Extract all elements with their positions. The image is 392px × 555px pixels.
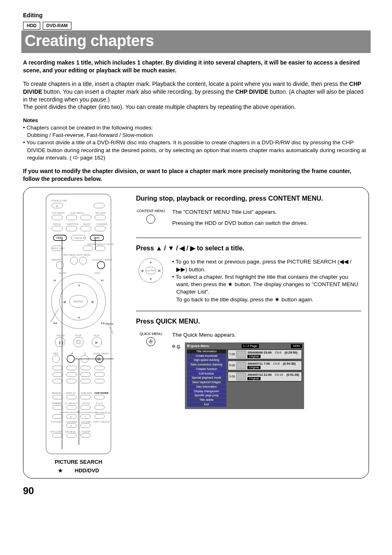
svg-rect-97 bbox=[67, 405, 76, 409]
svg-text:CHP DIVIDE: CHP DIVIDE bbox=[95, 392, 108, 394]
svg-rect-16 bbox=[52, 226, 62, 231]
step-bullet: To go to the next or previous page, pres… bbox=[172, 258, 361, 273]
svg-rect-96 bbox=[53, 405, 62, 409]
svg-rect-17 bbox=[66, 226, 77, 231]
svg-text:SUBTITLE: SUBTITLE bbox=[67, 223, 78, 225]
svg-point-37 bbox=[97, 261, 105, 269]
svg-rect-90 bbox=[81, 395, 90, 399]
svg-rect-18 bbox=[81, 226, 91, 231]
svg-text:HDD: HDD bbox=[56, 236, 62, 239]
notes-heading: Notes bbox=[23, 117, 369, 124]
svg-text:TOP MENU: TOP MENU bbox=[52, 212, 65, 214]
step-text: The Quick Menu appears. e.g. ✇ Quick Men… bbox=[172, 331, 361, 409]
svg-text:▲: ▲ bbox=[77, 283, 81, 287]
svg-point-34 bbox=[56, 261, 64, 269]
svg-rect-8 bbox=[52, 215, 62, 220]
svg-text:EASY NAVI: EASY NAVI bbox=[52, 247, 65, 250]
svg-rect-73 bbox=[67, 366, 76, 370]
step-icon: CONTENT MENU bbox=[136, 208, 166, 224]
step-line: Pressing the HDD or DVD button can switc… bbox=[172, 220, 361, 227]
qm-item: Special playback mode bbox=[187, 376, 226, 381]
svg-text:TV: TV bbox=[76, 411, 80, 413]
qm-item: Title information bbox=[187, 349, 226, 354]
svg-text:AUDIO: AUDIO bbox=[83, 223, 91, 225]
qm-item: Title delete bbox=[187, 398, 226, 403]
qm-page-indicator: 1 / 2 Page bbox=[242, 344, 259, 348]
svg-rect-80 bbox=[53, 379, 62, 383]
procedure-box: OPEN/CLOSE ▲ TOP MENUDVD MENURETURN ANGL… bbox=[23, 187, 369, 479]
svg-text:★: ★ bbox=[71, 352, 74, 355]
svg-text:O: O bbox=[84, 352, 86, 355]
quick-menu-screenshot: e.g. ✇ Quick Menu 1 / 2 Page HDD Title i… bbox=[172, 342, 361, 409]
step: Press ▲ / ▼ / ◀ / ▶ to select a title. E… bbox=[136, 244, 361, 311]
qm-item: Rate conversion dubbing bbox=[187, 363, 226, 368]
svg-text:❚❚: ❚❚ bbox=[58, 341, 64, 345]
content-menu-button-icon bbox=[146, 215, 155, 224]
note-item: You cannot divide a title of a DVD-R/RW … bbox=[23, 139, 369, 162]
svg-rect-74 bbox=[81, 366, 90, 370]
svg-text:TIMESLIP: TIMESLIP bbox=[74, 236, 85, 239]
step-icon: ENTER ▲ ▼ ◀ ▶ bbox=[136, 258, 166, 283]
icon-label: QUICK MENU bbox=[136, 331, 166, 336]
svg-rect-79 bbox=[95, 372, 104, 377]
page-title: Creating chapters bbox=[21, 30, 371, 53]
remote-illustration: OPEN/CLOSE ▲ TOP MENUDVD MENURETURN ANGL… bbox=[44, 192, 113, 456]
svg-text:REC MENU  EDIT MENU: REC MENU EDIT MENU bbox=[63, 254, 91, 256]
svg-text:STOP: STOP bbox=[75, 334, 81, 337]
svg-rect-77 bbox=[67, 372, 76, 377]
qm-entry: 3:00 2004/07/12 21:00Ch:10(0:51:28)Origi… bbox=[228, 372, 302, 382]
svg-rect-83 bbox=[95, 379, 104, 383]
page-number: 90 bbox=[23, 484, 369, 497]
svg-point-35 bbox=[70, 257, 78, 264]
step-text: The "CONTENT MENU Title List" appears. P… bbox=[172, 208, 361, 230]
qm-item: Create thumbnail bbox=[187, 354, 226, 358]
remote-callouts: PICTURE SEARCH ★ HDD/DVD bbox=[29, 458, 128, 475]
dpad-up-icon: ▲ bbox=[149, 259, 153, 264]
qm-item: Exit bbox=[187, 402, 226, 407]
dpad-icon: ENTER ▲ ▼ ◀ ▶ bbox=[138, 258, 163, 283]
callout-picture-search: PICTURE SEARCH bbox=[29, 458, 128, 467]
step-line: The Quick Menu appears. bbox=[172, 331, 361, 339]
svg-text:✇: ✇ bbox=[97, 357, 101, 361]
svg-text:REC: REC bbox=[53, 352, 59, 355]
qm-entries: 7:00 2004/06/08 23:00Ch:6(0:29:50)Origin… bbox=[228, 349, 302, 407]
step-text: To go to the next or previous page, pres… bbox=[172, 258, 361, 303]
svg-text:◀◀: ◀◀ bbox=[53, 321, 57, 324]
svg-text:◀: ◀ bbox=[63, 300, 66, 304]
svg-text:SKIP: SKIP bbox=[95, 272, 100, 274]
thumbnail-icon bbox=[236, 362, 246, 369]
icon-label: CONTENT MENU bbox=[136, 208, 166, 213]
svg-rect-19 bbox=[95, 226, 106, 231]
svg-text:PROGRESSIVE: PROGRESSIVE bbox=[95, 412, 111, 414]
thumbnail-icon bbox=[236, 351, 246, 358]
svg-rect-82 bbox=[81, 379, 90, 383]
svg-text:ANGLE: ANGLE bbox=[53, 223, 61, 225]
svg-text:CONTENT MENU: CONTENT MENU bbox=[92, 259, 112, 261]
svg-text:▲: ▲ bbox=[55, 204, 58, 207]
qm-item: Display changeover bbox=[187, 389, 226, 394]
svg-text:INPUT SELECT: INPUT SELECT bbox=[94, 421, 110, 423]
svg-rect-72 bbox=[53, 366, 62, 370]
svg-text:TIME BAR: TIME BAR bbox=[81, 392, 92, 394]
step-line: The "CONTENT MENU Title List" appears. bbox=[172, 208, 361, 216]
svg-rect-99 bbox=[95, 405, 104, 409]
svg-text:▶|: ▶| bbox=[101, 279, 104, 282]
dpad-down-icon: ▼ bbox=[149, 277, 153, 282]
qm-item: Chapter function bbox=[187, 367, 226, 372]
qm-drive-badge: HDD bbox=[291, 344, 302, 348]
svg-point-59 bbox=[74, 337, 83, 347]
svg-point-36 bbox=[79, 257, 87, 264]
notes-list: Chapters cannot be created in the follow… bbox=[23, 124, 369, 162]
precise-note: If you want to modify the chapter divisi… bbox=[23, 167, 369, 183]
svg-point-67 bbox=[52, 355, 60, 363]
svg-text:FL SELECT: FL SELECT bbox=[65, 402, 78, 405]
svg-text:|◀: |◀ bbox=[53, 279, 56, 282]
step: During stop, playback or recording, pres… bbox=[136, 194, 361, 238]
svg-rect-122 bbox=[81, 433, 90, 437]
svg-text:REMAIN: REMAIN bbox=[52, 392, 61, 394]
svg-rect-120 bbox=[53, 433, 62, 437]
svg-text:P in P: P in P bbox=[96, 402, 103, 405]
page-ref-arrow-icon bbox=[73, 155, 79, 160]
step-bullet: To select a chapter, first highlight the… bbox=[172, 273, 361, 303]
svg-rect-76 bbox=[53, 372, 62, 377]
